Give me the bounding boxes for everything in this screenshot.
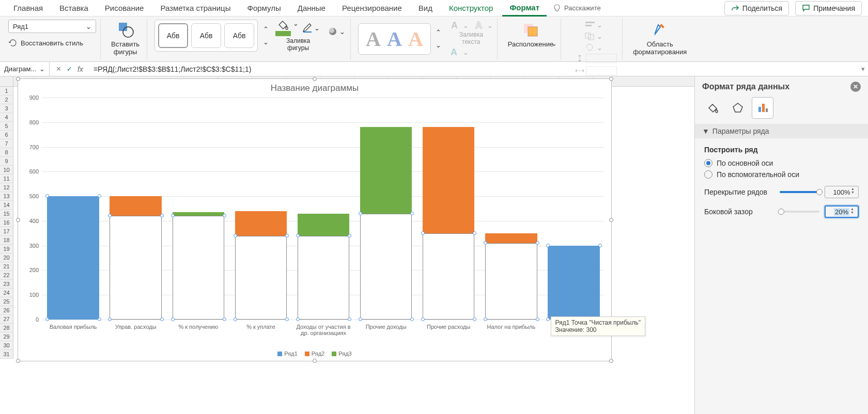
- row-header[interactable]: 6: [0, 131, 13, 139]
- row-header[interactable]: 21: [0, 262, 13, 271]
- selection-handle[interactable]: [223, 214, 226, 217]
- row-header[interactable]: 15: [0, 210, 13, 218]
- tab-draw[interactable]: Рисование: [98, 1, 151, 15]
- selection-handle[interactable]: [421, 231, 425, 235]
- chevron-down-icon[interactable]: ⌄: [293, 20, 299, 27]
- tab-formulas[interactable]: Формулы: [240, 1, 288, 15]
- selection-handle[interactable]: [536, 317, 539, 321]
- selection-handle[interactable]: [171, 214, 175, 217]
- row-header[interactable]: 9: [0, 157, 13, 166]
- gallery-more-icon[interactable]: ⌃⌄: [434, 28, 443, 49]
- selection-handle[interactable]: [473, 231, 476, 235]
- selection-handle[interactable]: [296, 317, 300, 321]
- row-header[interactable]: 23: [0, 280, 13, 289]
- row-header[interactable]: 8: [0, 148, 13, 157]
- selection-handle[interactable]: [223, 317, 226, 321]
- selection-handle[interactable]: [421, 317, 425, 321]
- chart-object[interactable]: Название диаграммы 010020030040050060070…: [18, 78, 612, 361]
- row-header[interactable]: 13: [0, 192, 13, 201]
- chart-element-selector[interactable]: Ряд1 ⌄: [8, 20, 96, 33]
- tell-me[interactable]: Расскажите: [553, 4, 601, 12]
- row-header[interactable]: 11: [0, 174, 13, 183]
- overlap-input[interactable]: 100% ▲▼: [825, 186, 859, 198]
- share-button[interactable]: Поделиться: [724, 1, 789, 15]
- bar-base[interactable]: [485, 243, 537, 320]
- bar-base[interactable]: [173, 216, 225, 320]
- row-header[interactable]: 17: [0, 227, 13, 236]
- bar-segment[interactable]: [47, 196, 99, 320]
- row-header[interactable]: 4: [0, 113, 13, 122]
- overlap-slider[interactable]: [780, 191, 819, 193]
- tab-insert[interactable]: Вставка: [52, 1, 96, 15]
- selection-handle[interactable]: [410, 317, 414, 321]
- selection-handle[interactable]: [546, 317, 550, 321]
- selection-handle[interactable]: [160, 317, 164, 321]
- tab-chart-design[interactable]: Конструктор: [442, 1, 501, 15]
- fx-icon[interactable]: fx: [78, 65, 83, 73]
- selection-handle[interactable]: [98, 194, 101, 198]
- gap-input[interactable]: 20% ▲▼: [825, 205, 859, 218]
- selection-handle[interactable]: [410, 212, 414, 215]
- shape-fill-button[interactable]: [275, 20, 291, 36]
- selection-handle[interactable]: [536, 241, 539, 245]
- wordart-gallery[interactable]: A A A: [358, 23, 431, 55]
- tab-view[interactable]: Вид: [411, 1, 440, 15]
- pane-section-header[interactable]: ▼ Параметры ряда: [695, 124, 868, 138]
- selection-handle[interactable]: [484, 317, 487, 321]
- row-header[interactable]: 20: [0, 253, 13, 262]
- row-header[interactable]: 28: [0, 324, 13, 332]
- bar-segment[interactable]: [360, 127, 412, 213]
- pane-tab-series[interactable]: [752, 97, 773, 119]
- bar-segment[interactable]: [548, 246, 600, 320]
- selection-handle[interactable]: [546, 244, 550, 247]
- bar-base[interactable]: [235, 236, 287, 320]
- close-icon[interactable]: ✕: [850, 82, 861, 92]
- pane-tab-fill[interactable]: [702, 97, 724, 119]
- bar-segment[interactable]: [485, 233, 537, 243]
- shape-style-1[interactable]: Абв: [158, 23, 188, 48]
- bar-base[interactable]: [298, 236, 350, 320]
- wordart-style-1[interactable]: A: [366, 27, 381, 51]
- bar-base[interactable]: [423, 233, 475, 320]
- name-box[interactable]: Диаграм... ⌄: [0, 62, 50, 76]
- bar-segment[interactable]: [298, 214, 350, 236]
- selection-handle[interactable]: [160, 214, 164, 217]
- selection-handle[interactable]: [484, 241, 487, 245]
- arrange-button[interactable]: Расположение: [505, 20, 556, 49]
- row-header[interactable]: 7: [0, 139, 13, 148]
- row-header[interactable]: 1: [0, 87, 13, 95]
- tab-review[interactable]: Рецензирование: [335, 1, 409, 15]
- row-header[interactable]: 10: [0, 166, 13, 174]
- selection-handle[interactable]: [348, 317, 351, 321]
- chevron-down-icon[interactable]: ⌄: [551, 40, 557, 47]
- selection-handle[interactable]: [45, 317, 49, 321]
- bar-segment[interactable]: [235, 211, 287, 236]
- row-header[interactable]: 31: [0, 350, 13, 359]
- chart-plot-area[interactable]: 0100200300400500600700800900Валовая приб…: [42, 98, 604, 320]
- selection-handle[interactable]: [285, 317, 289, 321]
- selection-handle[interactable]: [296, 234, 300, 237]
- chart-title[interactable]: Название диаграммы: [18, 79, 611, 98]
- expand-formula-icon[interactable]: ▾: [858, 65, 868, 73]
- shape-style-2[interactable]: Абв: [191, 23, 221, 48]
- primary-axis-radio[interactable]: По основной оси: [704, 159, 859, 167]
- rotate-button[interactable]: ⌄: [583, 42, 603, 53]
- chart-legend[interactable]: Ряд1 Ряд2 Ряд3: [18, 351, 611, 357]
- selection-handle[interactable]: [359, 317, 362, 321]
- formula-input[interactable]: =РЯД(;Лист2!$B$3:$B$11;Лист2!$C$3:$C$11;…: [89, 65, 858, 73]
- row-header[interactable]: 2: [0, 95, 13, 104]
- tab-layout[interactable]: Разметка страницы: [153, 1, 238, 15]
- gallery-more-icon[interactable]: ⌃⌄: [261, 25, 270, 46]
- row-header[interactable]: 16: [0, 218, 13, 227]
- secondary-axis-radio[interactable]: По вспомогательной оси: [704, 170, 859, 179]
- height-input[interactable]: [574, 53, 618, 64]
- tab-home[interactable]: Главная: [6, 1, 50, 15]
- comments-button[interactable]: Примечания: [795, 1, 862, 15]
- selection-handle[interactable]: [234, 234, 237, 237]
- row-header[interactable]: 12: [0, 183, 13, 192]
- selection-handle[interactable]: [171, 317, 175, 321]
- selection-handle[interactable]: [98, 317, 101, 321]
- shape-effects-button[interactable]: ⌄: [326, 25, 346, 38]
- row-header[interactable]: 14: [0, 201, 13, 210]
- selection-handle[interactable]: [473, 317, 476, 321]
